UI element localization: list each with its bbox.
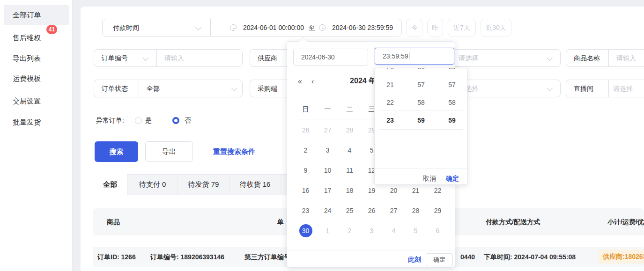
hour-option[interactable]: 21 xyxy=(375,76,406,94)
start-datetime-value[interactable]: 2024-06-01 00:00:00 xyxy=(243,19,304,36)
now-link[interactable]: 此刻 xyxy=(408,253,421,266)
live-room-filter: 直播间 请选择 xyxy=(566,80,644,97)
minute-option[interactable]: 56 xyxy=(406,68,437,76)
sidebar-item-after-sales[interactable]: 售后维权 xyxy=(13,32,41,44)
text-cursor xyxy=(409,52,410,59)
calendar-day[interactable]: 17 xyxy=(317,180,339,200)
popup-footer-divider xyxy=(287,250,456,250)
calendar-day[interactable]: 27 xyxy=(317,120,339,140)
calendar-day[interactable]: 18 xyxy=(339,180,361,200)
divider xyxy=(139,80,139,97)
hour-option-selected[interactable]: 23 xyxy=(375,111,406,129)
calendar-day[interactable]: 3 xyxy=(317,140,339,160)
divider xyxy=(608,50,609,66)
tab-all[interactable]: 全部 xyxy=(93,174,127,195)
time-cancel-button[interactable]: 取消 xyxy=(423,171,436,185)
calendar-day[interactable]: 3 xyxy=(361,220,383,241)
column-subtotal: 小计/运费/优惠 xyxy=(607,208,644,235)
supplier-select[interactable]: 请选择 xyxy=(459,50,478,66)
tab-pending-receipt[interactable]: 待收货 16 xyxy=(229,174,281,195)
time-confirm-button[interactable]: 确定 xyxy=(446,171,459,185)
calendar-day[interactable]: 29 xyxy=(427,200,449,220)
abnormal-order-label: 异常订单: xyxy=(96,115,124,126)
reset-filters-link[interactable]: 重置搜索条件 xyxy=(213,141,255,162)
tab-pending-shipment[interactable]: 待发货 79 xyxy=(178,174,229,195)
calendar-day[interactable]: 6 xyxy=(427,220,449,241)
order-no: 订单编号: 189206393146 xyxy=(150,247,224,267)
picker-time-value: 23:59:59 xyxy=(383,52,408,60)
time-option-row-selected: 23 59 59 xyxy=(375,111,467,129)
calendar-week-row: 30 1 2 3 4 5 6 xyxy=(295,220,449,241)
tab-pending-payment[interactable]: 待支付 0 xyxy=(127,174,178,195)
time-panel-footer-divider xyxy=(375,168,467,168)
sidebar-item-batch-ship[interactable]: 批量发货 xyxy=(13,117,41,128)
quick-range-today-button[interactable]: 今 xyxy=(407,19,422,37)
quick-range-7days-button[interactable]: 近7天 xyxy=(448,19,476,37)
search-button[interactable]: 搜索 xyxy=(95,141,138,162)
calendar-day[interactable]: 4 xyxy=(339,140,361,160)
abnormal-no-label[interactable]: 否 xyxy=(185,115,191,126)
minute-option-selected[interactable]: 59 xyxy=(406,111,437,129)
order-status-select[interactable]: 全部 xyxy=(147,80,160,97)
order-no-label[interactable]: 订单编号 xyxy=(102,50,128,66)
picker-date-input[interactable]: 2024-06-30 xyxy=(293,49,368,66)
clock-icon xyxy=(319,24,326,31)
calendar-day[interactable]: 11 xyxy=(339,160,361,180)
second-option[interactable]: 57 xyxy=(437,76,467,94)
product-name-filter: 商品名称 请输入 xyxy=(566,49,644,67)
abnormal-no-radio[interactable] xyxy=(172,117,179,124)
chevron-down-icon xyxy=(195,24,201,30)
quick-range-30days-button[interactable]: 近30天 xyxy=(481,19,511,37)
abnormal-yes-label[interactable]: 是 xyxy=(145,115,152,126)
second-option[interactable]: 56 xyxy=(437,68,467,76)
product-name-input[interactable]: 请输入 xyxy=(616,50,636,66)
second-option-selected[interactable]: 59 xyxy=(437,111,467,129)
calendar-day-selected[interactable]: 30 xyxy=(295,220,317,241)
calendar-day[interactable]: 26 xyxy=(361,200,383,220)
minute-option[interactable]: 57 xyxy=(406,76,437,94)
live-room-label: 直播间 xyxy=(574,80,593,97)
calendar-day[interactable]: 16 xyxy=(295,180,317,200)
calendar-day[interactable]: 28 xyxy=(405,200,427,220)
purchase-side-label: 采购端 xyxy=(258,80,277,97)
hour-option[interactable]: 20 xyxy=(375,68,406,76)
time-option-row: 22 58 58 xyxy=(375,94,467,111)
calendar-day[interactable]: 25 xyxy=(339,200,361,220)
export-button[interactable]: 导出 xyxy=(145,141,193,162)
supplier-tag[interactable]: 供应商:180263 xyxy=(598,249,644,264)
live-room-select[interactable]: 请选择 xyxy=(613,80,633,97)
calendar-day[interactable]: 4 xyxy=(383,220,405,241)
chevron-down-icon xyxy=(547,85,553,91)
calendar-day[interactable]: 24 xyxy=(317,200,339,220)
calendar-day[interactable]: 23 xyxy=(295,200,317,220)
popup-confirm-button[interactable]: 确定 xyxy=(426,253,453,266)
minute-option[interactable]: 58 xyxy=(406,94,437,111)
sidebar-item-trade-settings[interactable]: 交易设置 xyxy=(13,95,41,107)
second-option[interactable]: 58 xyxy=(437,94,467,111)
calendar-day[interactable]: 2 xyxy=(295,140,317,160)
calendar-day[interactable]: 5 xyxy=(405,220,427,241)
sidebar-item-all-orders[interactable]: 全部订单 xyxy=(13,9,41,21)
quick-range-yesterday-button[interactable]: 昨 xyxy=(427,19,443,37)
calendar-day[interactable]: 2 xyxy=(339,220,361,241)
hour-option[interactable]: 22 xyxy=(375,94,406,111)
weekday-tue: 二 xyxy=(339,104,361,114)
product-name-label: 商品名称 xyxy=(574,50,600,66)
calendar-day[interactable]: 28 xyxy=(339,120,361,140)
divider xyxy=(156,50,157,66)
picker-time-input[interactable]: 23:59:59 xyxy=(375,48,454,65)
order-no-input[interactable]: 请输入 xyxy=(164,50,184,66)
sidebar: 全部订单 41 售后维权 导出列表 运费模板 交易设置 批量发货 xyxy=(0,0,73,271)
calendar-day[interactable]: 1 xyxy=(317,220,339,241)
end-datetime-value[interactable]: 2024-06-30 23:59:59 xyxy=(332,19,393,36)
payment-time-label[interactable]: 付款时间 xyxy=(113,19,139,36)
calendar-day[interactable]: 9 xyxy=(295,160,317,180)
abnormal-yes-radio[interactable] xyxy=(135,117,142,124)
sidebar-item-freight-template[interactable]: 运费模板 xyxy=(13,73,41,84)
chevron-down-icon xyxy=(142,55,148,61)
calendar-day[interactable]: 26 xyxy=(295,120,317,140)
calendar-day[interactable]: 10 xyxy=(317,160,339,180)
calendar-day[interactable]: 27 xyxy=(383,200,405,220)
sidebar-item-export-list[interactable]: 导出列表 xyxy=(13,53,41,64)
time-select-band-bottom xyxy=(379,129,463,130)
